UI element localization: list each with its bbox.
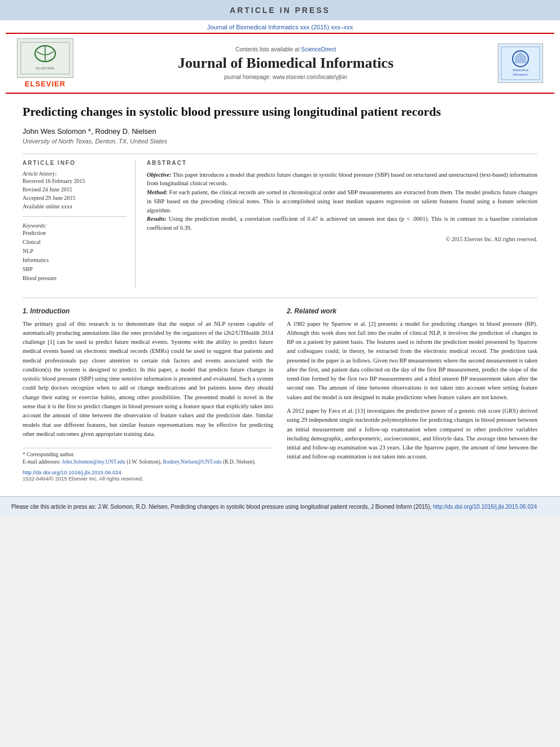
method-label: Method:	[147, 189, 168, 195]
keywords-list: Prediction Clinical NLP Informatics SBP …	[23, 229, 126, 283]
results-label: Results:	[147, 216, 167, 222]
intro-heading: 1. Introduction	[23, 307, 273, 315]
article-info: ARTICLE INFO Article history: Received 1…	[23, 160, 135, 289]
authors: John Wes Solomon *, Rodney D. Nielsen	[23, 127, 537, 136]
keyword-2: Clinical	[23, 238, 126, 247]
received-date: Received 16 February 2015	[23, 177, 126, 185]
citation-text: Please cite this article in press as: J.…	[11, 504, 431, 510]
footnotes: * Corresponding author. E-mail addresses…	[23, 448, 273, 465]
elsevier-logo-image: ELSEVIER	[17, 38, 73, 78]
contents-label: Contents lists available at	[235, 46, 299, 53]
col-right: 2. Related work A 1982 paper by Sparrow …	[287, 307, 537, 482]
affiliation: University of North Texas, Denton, TX, U…	[23, 138, 537, 145]
citation-bar: Please cite this article in press as: J.…	[0, 496, 560, 517]
accepted-date: Accepted 29 June 2015	[23, 194, 126, 202]
doi-link[interactable]: http://dx.doi.org/10.1016/j.jbi.2015.06.…	[23, 469, 273, 475]
issn-line: 1532-0464/© 2015 Elsevier Inc. All right…	[23, 475, 273, 482]
objective-label: Objective:	[147, 172, 172, 178]
col-left: 1. Introduction The primary goal of this…	[23, 307, 273, 482]
author-names: John Wes Solomon *, Rodney D. Nielsen	[23, 127, 156, 136]
journal-center: Contents lists available at ScienceDirec…	[79, 46, 492, 80]
objective-text: This paper introduces a model that predi…	[147, 172, 537, 187]
abstract-title: ABSTRACT	[147, 160, 537, 166]
keyword-6: Blood pressure	[23, 274, 126, 283]
article-history: Article history: Received 16 February 20…	[23, 171, 126, 211]
journal-title: Journal of Biomedical Informatics	[79, 55, 492, 72]
method-text: For each patient, the clinical records a…	[147, 189, 537, 213]
main-content: Predicting changes in systolic blood pre…	[0, 94, 560, 487]
biomed-logo: Biomedical Informatics	[492, 43, 549, 83]
keywords-label: Keywords:	[23, 222, 126, 229]
abstract-section: ABSTRACT Objective: This paper introduce…	[147, 160, 537, 289]
aip-text: ARTICLE IN PRESS	[230, 6, 330, 15]
related-para-1: A 1982 paper by Sparrow et al. [2] prese…	[287, 320, 537, 402]
body-columns: 1. Introduction The primary goal of this…	[23, 307, 537, 482]
email1-link[interactable]: John.Solomon@my.UNT.edu	[62, 459, 125, 465]
keyword-4: Informatics	[23, 256, 126, 265]
article-info-title: ARTICLE INFO	[23, 160, 126, 166]
divider-info	[23, 216, 126, 217]
svg-text:Informatics: Informatics	[513, 73, 528, 76]
revised-date: Revised 24 June 2015	[23, 185, 126, 194]
email-note: E-mail addresses: John.Solomon@my.UNT.ed…	[23, 459, 273, 465]
related-heading: 2. Related work	[287, 307, 537, 315]
corresponding-note: * Corresponding author.	[23, 452, 273, 457]
body-divider	[23, 298, 537, 298]
journal-ref-text: Journal of Biomedical Informatics xxx (2…	[207, 24, 353, 30]
divider-1	[23, 154, 537, 154]
doi-anchor[interactable]: http://dx.doi.org/10.1016/j.jbi.2015.06.…	[23, 469, 121, 475]
keywords-section: Keywords: Prediction Clinical NLP Inform…	[23, 222, 126, 283]
elsevier-logo: ELSEVIER ELSEVIER	[11, 38, 79, 88]
article-title: Predicting changes in systolic blood pre…	[23, 104, 537, 120]
citation-doi-link[interactable]: http://dx.doi.org/10.1016/j.jbi.2015.06.…	[433, 504, 537, 510]
svg-text:ELSEVIER: ELSEVIER	[36, 66, 54, 71]
history-label: Article history:	[23, 171, 126, 177]
info-abstract: ARTICLE INFO Article history: Received 1…	[23, 160, 537, 289]
email2-name: (R.D. Nielsen).	[223, 459, 256, 465]
keyword-5: SBP	[23, 265, 126, 274]
contents-line: Contents lists available at ScienceDirec…	[79, 46, 492, 53]
svg-text:Biomedical: Biomedical	[513, 68, 528, 72]
abstract-text: Objective: This paper introduces a model…	[147, 171, 537, 233]
aip-banner: ARTICLE IN PRESS	[0, 0, 560, 20]
related-para-2: A 2012 paper by Fava et al. [13] investi…	[287, 407, 537, 462]
sciencedirect-link[interactable]: ScienceDirect	[301, 46, 336, 53]
copyright: © 2015 Elsevier Inc. All rights reserved…	[147, 236, 537, 242]
email-label: E-mail addresses:	[23, 459, 60, 465]
intro-paragraph: The primary goal of this research is to …	[23, 320, 273, 439]
corresponding-text: * Corresponding author.	[23, 452, 75, 457]
journal-header: ELSEVIER ELSEVIER Contents lists availab…	[6, 33, 554, 94]
results-text: Using the prediction model, a correlatio…	[147, 216, 537, 231]
journal-ref: Journal of Biomedical Informatics xxx (2…	[0, 20, 560, 33]
keyword-3: NLP	[23, 247, 126, 256]
elsevier-label: ELSEVIER	[25, 80, 65, 88]
homepage-line: journal homepage: www.elsevier.com/locat…	[79, 74, 492, 80]
page: ARTICLE IN PRESS Journal of Biomedical I…	[0, 0, 560, 517]
email2-link[interactable]: Rodney.Nielsen@UNT.edu	[163, 459, 222, 465]
keyword-1: Prediction	[23, 229, 126, 238]
email1-name: (J.W. Solomon),	[126, 459, 161, 465]
biomed-logo-image: Biomedical Informatics	[498, 43, 543, 83]
available-date: Available online xxxx	[23, 202, 126, 211]
